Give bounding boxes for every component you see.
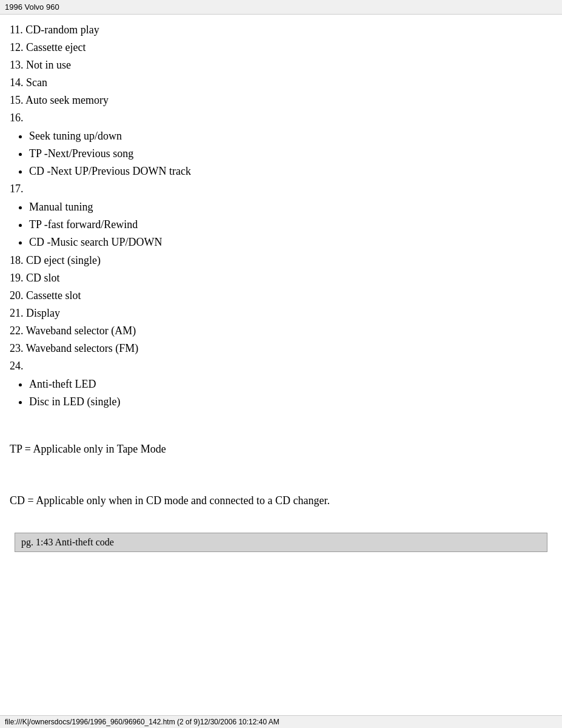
bullets-17: Manual tuning TP -fast forward/Rewind CD… <box>29 198 552 251</box>
bullet-16-1: Seek tuning up/down <box>29 127 552 145</box>
bullets-24: Anti-theft LED Disc in LED (single) <box>29 376 552 411</box>
main-content: 11. CD-random play 12. Cassette eject 13… <box>0 15 562 564</box>
status-bar: file:///K|/ownersdocs/1996/1996_960/9696… <box>0 715 562 728</box>
item-13: 13. Not in use <box>10 57 552 73</box>
item-19: 19. CD slot <box>10 270 552 286</box>
item-12: 12. Cassette eject <box>10 39 552 56</box>
note-cd: CD = Applicable only when in CD mode and… <box>10 492 552 510</box>
title-text: 1996 Volvo 960 <box>5 2 59 12</box>
bullets-16: Seek tuning up/down TP -Next/Previous so… <box>29 127 552 180</box>
bullet-17-1: Manual tuning <box>29 198 552 216</box>
item-21: 21. Display <box>10 305 552 322</box>
item-15: 15. Auto seek memory <box>10 92 552 109</box>
item-22: 22. Waveband selector (AM) <box>10 323 552 339</box>
bullet-16-3: CD -Next UP/Previous DOWN track <box>29 163 552 180</box>
item-23: 23. Waveband selectors (FM) <box>10 340 552 357</box>
item-14: 14. Scan <box>10 75 552 91</box>
note-tp: TP = Applicable only in Tape Mode <box>10 440 552 458</box>
bullet-24-2: Disc in LED (single) <box>29 393 552 411</box>
item-17: 17. <box>10 181 552 197</box>
item-11: 11. CD-random play <box>10 22 552 38</box>
bullet-16-2: TP -Next/Previous song <box>29 145 552 163</box>
item-18: 18. CD eject (single) <box>10 252 552 269</box>
item-24: 24. <box>10 358 552 374</box>
link-bar[interactable]: pg. 1:43 Anti-theft code <box>15 533 547 552</box>
item-16: 16. <box>10 110 552 126</box>
item-20: 20. Cassette slot <box>10 288 552 304</box>
bullet-24-1: Anti-theft LED <box>29 376 552 393</box>
title-bar: 1996 Volvo 960 <box>0 0 562 15</box>
status-text: file:///K|/ownersdocs/1996/1996_960/9696… <box>5 718 279 726</box>
bullet-17-3: CD -Music search UP/DOWN <box>29 234 552 251</box>
bullet-17-2: TP -fast forward/Rewind <box>29 216 552 234</box>
